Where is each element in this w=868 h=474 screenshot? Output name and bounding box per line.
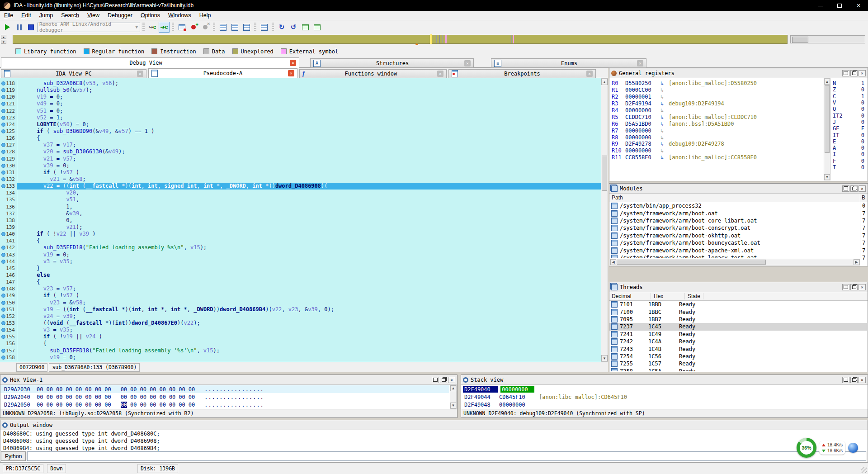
breakpoint-dot-icon[interactable]	[1, 88, 5, 92]
code-line-text[interactable]: }	[17, 265, 601, 272]
delete-breakpoint-button[interactable]	[200, 22, 211, 33]
breakpoint-dot-icon[interactable]	[1, 81, 5, 85]
code-line-text[interactable]: if ( !v22 || v39 )	[17, 231, 601, 237]
tab-ida-view-pc[interactable]: IDA View-PC✕	[1, 69, 146, 78]
breakpoint-dot-icon[interactable]	[1, 143, 5, 147]
register-row[interactable]: R9D2F49278↳debug109:D2F49278	[609, 141, 823, 147]
code-line-gutter[interactable]: 135	[0, 196, 17, 203]
module-row[interactable]: /system/bin/app_process32	[609, 202, 860, 209]
panel-close-button[interactable]: ✕	[859, 377, 866, 383]
breakpoint-dot-icon[interactable]	[1, 328, 5, 332]
code-line-gutter[interactable]: 123	[0, 114, 17, 121]
follow-arrow-icon[interactable]: ↳	[660, 80, 669, 86]
hex-byte[interactable]: 00	[150, 394, 156, 400]
stack-row[interactable]: D2F4904800000000	[461, 401, 867, 408]
register-value[interactable]: CEDDC710	[625, 114, 660, 120]
hex-byte[interactable]: 00	[130, 394, 137, 400]
breakpoint-dot-icon[interactable]	[1, 109, 5, 113]
code-line-gutter[interactable]: 151	[0, 306, 17, 313]
follow-arrow-icon[interactable]: ↳	[660, 100, 669, 107]
flag-row[interactable]: V0	[831, 100, 867, 106]
breakpoint-dot-icon[interactable]	[1, 294, 5, 298]
code-line-text[interactable]: {	[17, 340, 601, 347]
panel-close-button[interactable]: ✕	[859, 70, 866, 76]
tab-functions-window[interactable]: fFunctions window✕	[299, 69, 447, 78]
breakpoint-dot-icon[interactable]	[1, 157, 5, 161]
register-row[interactable]: R11CC8558E0↳[anon:libc_malloc]:CC8558E0	[609, 154, 823, 161]
hex-row[interactable]: D29A205000000000000000000000000000000000…	[0, 401, 449, 408]
minimize-button[interactable]: —	[811, 0, 830, 11]
panel-float-button[interactable]	[850, 185, 858, 192]
code-line-gutter[interactable]: 124	[0, 121, 17, 128]
code-line-text[interactable]: v19 = 0;	[17, 251, 601, 258]
registers-scrollbar[interactable]: ▲ ▼	[824, 78, 830, 180]
python-prompt-button[interactable]: Python	[1, 451, 26, 461]
code-line-text[interactable]: v21 = &v58;	[17, 176, 601, 183]
code-line-text[interactable]: else	[17, 272, 601, 279]
stop-process-button[interactable]	[25, 22, 36, 33]
register-value[interactable]: 00000001	[625, 94, 660, 100]
code-line[interactable]: 121 v49 = 0;	[0, 100, 601, 107]
code-line[interactable]: 140 if ( !v22 || v39 )	[0, 231, 601, 237]
hex-byte[interactable]: 00	[46, 402, 52, 408]
follow-arrow-icon[interactable]: ↳	[660, 147, 669, 154]
thread-row[interactable]: 72431C4BReady	[609, 345, 867, 352]
code-line-gutter[interactable]: 140	[0, 231, 17, 237]
new-window-2-button[interactable]	[311, 22, 322, 33]
output-log[interactable]: D408680C: using guessed type int dword_D…	[0, 430, 867, 451]
code-line-text[interactable]: sub_D32A06E8(v53, v56);	[17, 80, 601, 87]
flag-row[interactable]: IT0	[831, 132, 867, 138]
resize-grip[interactable]	[861, 467, 867, 473]
code-line-text[interactable]: LOBYTE(v50) = 0;	[17, 121, 601, 128]
pseudocode-view[interactable]: 118 sub_D32A06E8(v53, v56);119 nullsub_5…	[0, 78, 601, 364]
panel-close-button[interactable]: ✕	[859, 284, 866, 290]
hex-byte[interactable]: 00	[85, 394, 91, 400]
navband-scale-control[interactable]	[790, 35, 865, 43]
tab-close-icon[interactable]: ✕	[637, 60, 643, 66]
hex-byte[interactable]: 00	[56, 386, 62, 393]
tab-breakpoints[interactable]: Breakpoints✕	[448, 69, 596, 78]
code-line-gutter[interactable]: 156	[0, 340, 17, 347]
code-line-text[interactable]: {	[17, 135, 601, 142]
code-line[interactable]: 153 ((void (__fastcall *)(int))dword_D40…	[0, 320, 601, 327]
code-line-gutter[interactable]: 132	[0, 176, 17, 183]
code-line[interactable]: 123 v52 = 1;	[0, 114, 601, 121]
code-line-text[interactable]: if ( sub_D386DD90(&v49, &v57) == 1 )	[17, 128, 601, 135]
breakpoint-dot-icon[interactable]	[1, 171, 5, 175]
register-value[interactable]: 00000000	[625, 134, 660, 141]
flag-row[interactable]: C1	[831, 93, 867, 100]
panel-maximize-button[interactable]	[842, 70, 849, 76]
tab-enums[interactable]: ≣Enums✕	[491, 58, 646, 68]
code-line-gutter[interactable]: 128	[0, 148, 17, 155]
code-line[interactable]: 118 sub_D32A06E8(v53, v56);	[0, 80, 601, 87]
navband-zoom-in-button[interactable]: ▲	[1, 35, 6, 39]
hex-byte[interactable]: 00	[130, 386, 137, 393]
breakpoint-dot-icon[interactable]	[1, 260, 5, 264]
hex-row[interactable]: D29A204000000000000000000000000000000000…	[0, 393, 449, 401]
code-line[interactable]: 143 v19 = 0;	[0, 251, 601, 258]
code-line-text[interactable]: v24 = v39;	[17, 313, 601, 320]
hex-byte[interactable]: 00	[179, 386, 185, 393]
modules-h-scrollbar[interactable]: ◀ ▶	[610, 259, 860, 265]
code-line-gutter[interactable]: 146	[0, 272, 17, 279]
follow-arrow-icon[interactable]: ↳	[660, 154, 669, 161]
threads-col-decimal[interactable]: Decimal	[612, 293, 651, 299]
breakpoint-dot-icon[interactable]	[1, 308, 5, 312]
code-line[interactable]: 155 if ( !v19 || v24 )	[0, 333, 601, 340]
code-line-gutter[interactable]: 131	[0, 169, 17, 176]
hex-byte[interactable]: 00	[66, 402, 72, 408]
flag-row[interactable]: T0	[831, 164, 867, 171]
hex-byte[interactable]: 00	[37, 386, 43, 393]
step-into-button[interactable]: ↺	[288, 22, 299, 33]
register-row[interactable]: R400000000↳	[609, 107, 823, 114]
hex-byte[interactable]: 00	[169, 386, 175, 393]
hex-byte[interactable]: 00	[104, 386, 111, 393]
menu-edit[interactable]: Edit	[17, 11, 35, 20]
pseudocode-scrollbar[interactable]: ▲ ▼	[601, 78, 608, 362]
code-line[interactable]: 146 else	[0, 272, 601, 279]
breakpoint-dot-icon[interactable]	[1, 356, 5, 360]
register-value[interactable]: 00000000	[625, 107, 660, 114]
code-line-gutter[interactable]: 138	[0, 217, 17, 224]
register-row[interactable]: R200000001↳	[609, 94, 823, 100]
code-line[interactable]: 133 v22 = ((int (__fastcall *)(int, int,…	[0, 183, 601, 190]
